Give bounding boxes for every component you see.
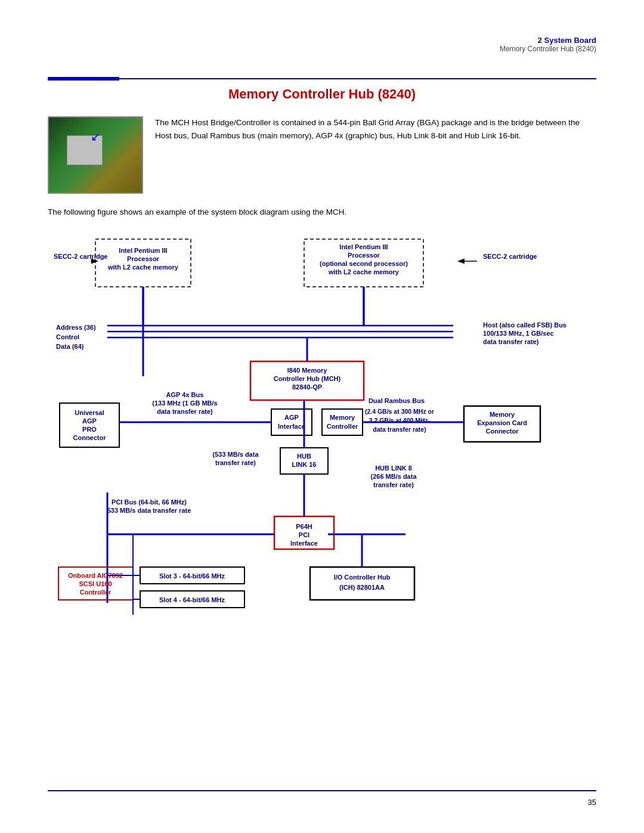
- svg-rect-28: [271, 409, 312, 435]
- svg-text:3.2 GB/s at 400 MHz-: 3.2 GB/s at 400 MHz-: [369, 417, 431, 424]
- svg-text:AGP: AGP: [284, 414, 299, 421]
- svg-text:Intel Pentium III: Intel Pentium III: [339, 243, 388, 250]
- intro-block: ↙ The MCH Host Bridge/Controller is cont…: [48, 116, 596, 194]
- svg-text:Slot 3 - 64-bit/66 MHz: Slot 3 - 64-bit/66 MHz: [159, 572, 225, 580]
- svg-text:Slot 4 - 64-bit/66 MHz: Slot 4 - 64-bit/66 MHz: [159, 596, 225, 603]
- svg-text:(533 MB/s data: (533 MB/s data: [212, 451, 259, 458]
- svg-text:Host (also called FSB) Bus: Host (also called FSB) Bus: [483, 321, 566, 329]
- svg-text:(133 MHz (1 GB MB/s: (133 MHz (1 GB MB/s: [152, 400, 217, 407]
- page: 2 System Board Memory Controller Hub (82…: [0, 0, 644, 833]
- svg-text:Address (36): Address (36): [56, 324, 96, 331]
- svg-text:533 MB/s data transfer rate: 533 MB/s data transfer rate: [107, 507, 191, 514]
- svg-text:Connector: Connector: [73, 434, 107, 441]
- chip-image: ↙: [48, 116, 143, 194]
- svg-text:(optional second processor): (optional second processor): [320, 260, 408, 267]
- svg-text:(ICH) 82801AA: (ICH) 82801AA: [339, 584, 385, 591]
- svg-text:transfer rate): transfer rate): [215, 459, 256, 466]
- svg-text:data transfer rate): data transfer rate): [483, 338, 539, 345]
- svg-text:Intel Pentium III: Intel Pentium III: [119, 247, 167, 254]
- svg-text:Interface: Interface: [278, 423, 305, 430]
- svg-text:Memory: Memory: [490, 411, 515, 418]
- svg-rect-0: [95, 239, 191, 287]
- svg-text:PCI Bus (64-bit, 66 MHz): PCI Bus (64-bit, 66 MHz): [112, 498, 187, 506]
- svg-text:PRO: PRO: [82, 426, 97, 433]
- block-diagram: Intel Pentium III Processor with L2 cach…: [48, 233, 596, 651]
- svg-text:Data (64): Data (64): [56, 343, 84, 350]
- intro-text-2: The following figure shows an example of…: [48, 206, 596, 219]
- svg-rect-43: [60, 403, 119, 447]
- svg-text:HUB LINK 8: HUB LINK 8: [375, 465, 412, 472]
- svg-rect-79: [140, 567, 244, 584]
- diagram-svg: Intel Pentium III Processor with L2 cach…: [48, 233, 596, 651]
- svg-text:data transfer rate): data transfer rate): [373, 426, 426, 433]
- svg-text:Controller: Controller: [80, 589, 112, 596]
- svg-text:Dual Rambus Bus: Dual Rambus Bus: [369, 397, 425, 404]
- svg-text:HUB: HUB: [297, 453, 311, 460]
- svg-text:SECC-2 cartridge: SECC-2 cartridge: [483, 253, 537, 260]
- svg-rect-52: [280, 448, 328, 474]
- intro-text-1: The MCH Host Bridge/Controller is contai…: [155, 116, 596, 194]
- rule-line: [119, 78, 596, 79]
- page-number: 35: [588, 798, 596, 807]
- chip-image-inner: ↙: [49, 117, 142, 193]
- svg-text:Memory: Memory: [330, 414, 355, 421]
- svg-text:AGP: AGP: [82, 417, 97, 425]
- svg-rect-75: [58, 567, 133, 600]
- svg-rect-81: [140, 591, 244, 608]
- svg-text:transfer rate): transfer rate): [373, 481, 414, 488]
- svg-text:Onboard AIC7892: Onboard AIC7892: [68, 572, 123, 579]
- svg-text:with L2 cache memory: with L2 cache memory: [328, 268, 400, 275]
- svg-text:Connector: Connector: [486, 428, 519, 435]
- svg-text:P64H: P64H: [296, 523, 312, 530]
- section-subtitle: Memory Controller Hub (8240): [48, 45, 596, 53]
- page-header: 2 System Board Memory Controller Hub (82…: [48, 36, 596, 53]
- chapter-title: 2 System Board: [48, 36, 596, 45]
- top-rule: [48, 77, 596, 80]
- svg-text:AGP 4x Bus: AGP 4x Bus: [166, 391, 204, 398]
- svg-text:Processor: Processor: [127, 255, 160, 262]
- arrow-graphic: ↙: [91, 129, 101, 144]
- svg-text:with L2 cache memory: with L2 cache memory: [107, 264, 179, 271]
- svg-rect-34: [464, 406, 540, 442]
- svg-text:Universal: Universal: [75, 409, 104, 416]
- svg-text:I/O Controller Hub: I/O Controller Hub: [334, 574, 391, 581]
- svg-text:Processor: Processor: [348, 252, 380, 259]
- svg-rect-67: [310, 567, 414, 600]
- svg-rect-24: [250, 361, 364, 400]
- svg-text:SCSI U160: SCSI U160: [79, 580, 112, 587]
- svg-rect-58: [274, 516, 334, 549]
- svg-text:Control: Control: [56, 333, 79, 340]
- svg-text:Interface: Interface: [290, 540, 318, 547]
- bottom-rule: [48, 790, 596, 791]
- svg-rect-31: [322, 409, 363, 435]
- svg-text:(266 MB/s data: (266 MB/s data: [370, 473, 417, 480]
- svg-text:82840-QP: 82840-QP: [292, 383, 322, 391]
- svg-rect-1: [304, 239, 423, 287]
- svg-text:Controller Hub (MCH): Controller Hub (MCH): [274, 375, 341, 382]
- section-heading: Memory Controller Hub (8240): [48, 86, 596, 102]
- rule-accent: [48, 77, 119, 80]
- svg-text:PCI: PCI: [299, 531, 309, 538]
- svg-text:LINK 16: LINK 16: [292, 461, 317, 468]
- svg-text:Expansion Card: Expansion Card: [477, 419, 527, 426]
- svg-text:100/133 MHz, 1 GB/sec: 100/133 MHz, 1 GB/sec: [483, 330, 554, 337]
- svg-text:(2.4 GB/s at 300 MHz or: (2.4 GB/s at 300 MHz or: [365, 408, 434, 415]
- svg-text:data transfer rate): data transfer rate): [157, 408, 213, 415]
- svg-text:Controller: Controller: [327, 423, 358, 430]
- svg-text:I840 Memory: I840 Memory: [287, 367, 328, 374]
- svg-text:SECC-2 cartridge: SECC-2 cartridge: [54, 253, 107, 260]
